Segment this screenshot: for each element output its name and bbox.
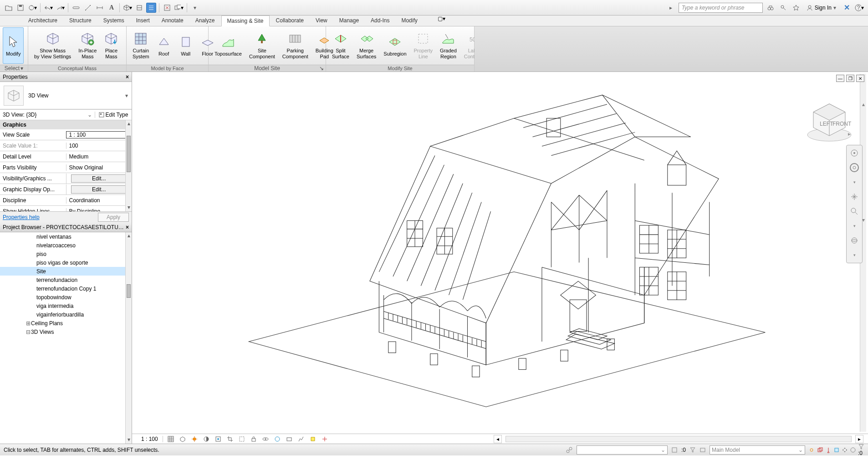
- ribbon-collapse-icon[interactable]: ▢▾: [438, 15, 445, 26]
- redo-icon[interactable]: ▾: [55, 3, 65, 13]
- tab-massing-site[interactable]: Massing & Site: [221, 15, 270, 26]
- tree-item[interactable]: terrenofundacion Copy 1: [0, 284, 132, 293]
- tab-annotate[interactable]: Annotate: [156, 15, 189, 26]
- tree-item[interactable]: nivelarcoacceso: [0, 241, 132, 250]
- worksets-icon[interactable]: [285, 435, 293, 443]
- edit-button[interactable]: Edit...: [71, 185, 128, 194]
- lock-3d-icon[interactable]: [250, 435, 258, 443]
- subregion-button[interactable]: Subregion: [380, 27, 409, 64]
- tree-item[interactable]: piso vigas de soporte: [0, 258, 132, 267]
- signin-button[interactable]: Sign In ▾: [804, 5, 839, 11]
- split-surface-button[interactable]: SplitSurface: [329, 27, 352, 64]
- select-face-icon[interactable]: [833, 447, 840, 453]
- search-play-icon[interactable]: ▸: [666, 3, 676, 13]
- thin-lines-icon[interactable]: [146, 3, 156, 13]
- keys-icon[interactable]: [778, 3, 788, 13]
- tab-view[interactable]: View: [310, 15, 333, 26]
- browser-close-icon[interactable]: ×: [126, 224, 129, 230]
- curtain-system-button[interactable]: CurtainSystem: [129, 27, 153, 64]
- search-input[interactable]: Type a keyword or phrase: [679, 3, 763, 13]
- properties-type-selector[interactable]: 3D View▾: [0, 82, 132, 109]
- tab-manage[interactable]: Manage: [334, 15, 364, 26]
- temp-hide-icon[interactable]: [261, 435, 270, 443]
- site-component-button[interactable]: SiteComponent: [246, 27, 278, 64]
- tab-structure[interactable]: Structure: [64, 15, 97, 26]
- tree-item[interactable]: Site: [0, 267, 132, 276]
- reveal-constraints-icon[interactable]: [321, 435, 329, 443]
- property-row[interactable]: Graphic Display Op...Edit...: [0, 184, 132, 195]
- place-mass-button[interactable]: PlaceMass: [101, 27, 122, 64]
- properties-section-graphics[interactable]: Graphics⌃: [0, 120, 132, 129]
- browser-scrollbar[interactable]: ▴ ▾: [125, 232, 132, 444]
- window-maximize-icon[interactable]: ❐: [846, 75, 854, 82]
- roof-button[interactable]: Roof: [153, 27, 174, 64]
- nav-pan-icon[interactable]: [848, 191, 860, 203]
- select-underlay-icon[interactable]: [817, 447, 823, 453]
- properties-scrollbar[interactable]: ▴ ▾: [125, 120, 132, 211]
- property-row[interactable]: Detail LevelMedium: [0, 151, 132, 162]
- drag-icon[interactable]: [842, 447, 848, 453]
- hscroll-right-icon[interactable]: ▸: [855, 435, 863, 443]
- view-scale-display[interactable]: 1 : 100: [137, 436, 163, 442]
- link-icon[interactable]: [71, 3, 81, 13]
- crop-icon[interactable]: [226, 435, 234, 443]
- tree-item[interactable]: nivel ventanas: [0, 232, 132, 241]
- visual-style-icon[interactable]: [179, 435, 187, 443]
- tab-systems[interactable]: Systems: [98, 15, 130, 26]
- save-icon[interactable]: [15, 3, 26, 13]
- reveal-hidden-icon[interactable]: [273, 435, 281, 443]
- sun-path-icon[interactable]: [190, 435, 199, 443]
- design-options-icon[interactable]: [700, 447, 706, 453]
- close-window-icon[interactable]: [162, 3, 172, 13]
- property-row[interactable]: Parts VisibilityShow Original: [0, 162, 132, 173]
- rendering-icon[interactable]: [214, 435, 222, 443]
- property-row[interactable]: View Scale1 : 100: [0, 129, 132, 140]
- select-pinned-icon[interactable]: [825, 447, 832, 453]
- select-links-icon[interactable]: [809, 447, 815, 453]
- merge-surfaces-button[interactable]: MergeSurfaces: [353, 27, 379, 64]
- instance-selector[interactable]: 3D View: {3D}⌄: [0, 112, 95, 118]
- workset-combo[interactable]: ⌄: [577, 445, 668, 455]
- open-icon[interactable]: [4, 3, 14, 13]
- show-mass-button[interactable]: Show Massby View Settings: [31, 27, 74, 64]
- tree-item[interactable]: viga intermedia: [0, 302, 132, 310]
- tab-insert[interactable]: Insert: [131, 15, 155, 26]
- nav-zoom-icon[interactable]: [848, 205, 860, 217]
- switch-windows-icon[interactable]: ▾: [174, 3, 184, 13]
- tree-item[interactable]: vigainferiorbuardilla: [0, 310, 132, 319]
- exchange-icon[interactable]: ✕: [842, 3, 852, 13]
- properties-help-link[interactable]: Properties help: [3, 214, 40, 220]
- panel-expand-icon[interactable]: ↘: [319, 65, 324, 72]
- property-row[interactable]: Show Hidden LinesBy Discipline: [0, 206, 132, 211]
- highlight-icon[interactable]: [309, 435, 317, 443]
- graded-region-button[interactable]: GradedRegion: [437, 27, 460, 64]
- tree-group[interactable]: ⊟ 3D Views: [0, 327, 132, 336]
- section-icon[interactable]: [134, 3, 144, 13]
- binoculars-icon[interactable]: [766, 3, 776, 13]
- wall-button[interactable]: Wall: [175, 27, 196, 64]
- tree-item[interactable]: topobowindow: [0, 293, 132, 302]
- tree-group[interactable]: ⊞ Ceiling Plans: [0, 319, 132, 327]
- editable-only-icon[interactable]: [671, 447, 678, 453]
- filter-icon[interactable]: :0: [858, 444, 864, 456]
- property-row[interactable]: Visibility/Graphics ...Edit...: [0, 173, 132, 184]
- modify-button[interactable]: Modify: [3, 27, 24, 64]
- shadows-icon[interactable]: [202, 435, 210, 443]
- help-icon[interactable]: ?▾: [854, 3, 864, 13]
- detail-level-icon[interactable]: [167, 435, 175, 443]
- filter-main-icon[interactable]: [689, 447, 696, 453]
- nav-orbit-icon[interactable]: [848, 235, 860, 246]
- worksharing-icon[interactable]: [566, 446, 573, 454]
- hscroll-left-icon[interactable]: ◂: [494, 435, 502, 443]
- nav-wheel-icon[interactable]: [848, 162, 860, 174]
- window-close-icon[interactable]: ✕: [856, 75, 864, 82]
- property-row[interactable]: DisciplineCoordination: [0, 195, 132, 206]
- properties-close-icon[interactable]: ×: [126, 74, 129, 80]
- background-icon[interactable]: [850, 447, 856, 453]
- view-3d-icon[interactable]: ▾: [123, 3, 133, 13]
- star-icon[interactable]: [791, 3, 801, 13]
- drawing-canvas[interactable]: — ❐ ✕ ▴ ▾ LEFT FRONT ▾: [132, 72, 868, 444]
- sync-icon[interactable]: ▾: [27, 3, 37, 13]
- tab-addins[interactable]: Add-Ins: [365, 15, 395, 26]
- nav-full-icon[interactable]: [848, 147, 860, 159]
